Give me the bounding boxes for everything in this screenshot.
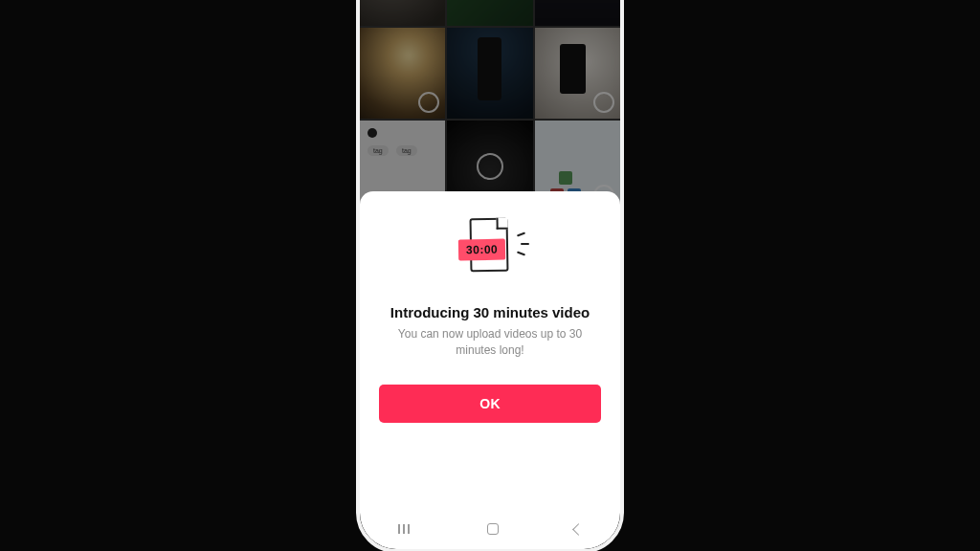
- ok-button[interactable]: OK: [379, 385, 601, 423]
- modal-title: Introducing 30 minutes video: [390, 304, 590, 320]
- feed-tile: [535, 28, 620, 119]
- android-navbar: [360, 515, 620, 543]
- timer-illustration: 30:00: [449, 216, 531, 289]
- phone-screen: ••••• tag: [360, 0, 620, 549]
- feed-tile: •••••: [360, 0, 445, 26]
- nav-home-icon[interactable]: [487, 523, 499, 535]
- spark-icon: [517, 232, 525, 237]
- spark-icon: [517, 252, 525, 256]
- feed-tile: [360, 28, 445, 119]
- spark-icon: [521, 243, 529, 245]
- phone-frame: ••••• tag: [356, 0, 624, 551]
- feed-tile: [447, 28, 532, 119]
- time-badge: 30:00: [458, 239, 506, 261]
- modal-subtitle: You can now upload videos up to 30 minut…: [385, 326, 595, 360]
- feed-tile: [535, 0, 620, 26]
- nav-back-icon[interactable]: [572, 523, 585, 536]
- feed-tile: [447, 0, 532, 26]
- announcement-modal: 30:00 Introducing 30 minutes video You c…: [360, 191, 620, 549]
- nav-recent-icon[interactable]: [398, 524, 412, 534]
